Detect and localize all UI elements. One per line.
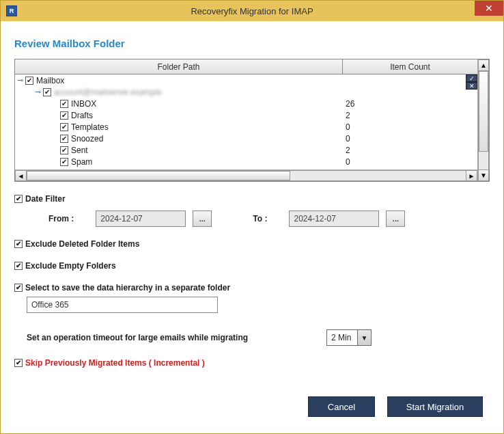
expand-icon[interactable]: ⊸ — [34, 88, 42, 96]
save-hierarchy-option: ✔ Select to save the data hierarchy in a… — [14, 283, 490, 293]
tree-row-account[interactable]: ⊸ ✔ account@mailserver.example — [15, 86, 477, 98]
tree-label: Templates — [71, 122, 109, 132]
tree-label: Sent — [71, 146, 88, 155]
item-count: 0 — [343, 134, 477, 144]
tree-row-folder[interactable]: ✔Spam0 — [15, 156, 477, 167]
checkbox-folder[interactable]: ✔ — [60, 158, 68, 166]
exclude-deleted-label: Exclude Deleted Folder Items — [25, 239, 139, 249]
folder-grid: Folder Path Item Count ✓ ✕ ⊸ ✔ Mailbox — [14, 59, 490, 182]
tree-row-folder[interactable]: ✔Trash0 — [15, 167, 477, 169]
tree-label: Snoozed — [71, 134, 103, 144]
content-area: Review Mailbox Folder Folder Path Item C… — [1, 21, 503, 381]
checkbox-save-hierarchy[interactable]: ✔ — [14, 284, 23, 292]
checkbox-exclude-empty[interactable]: ✔ — [14, 262, 23, 270]
tree-row-folder[interactable]: ✔Templates0 — [15, 121, 477, 133]
titlebar: R Recoveryfix Migration for IMAP ✕ — [1, 1, 503, 21]
scroll-up-icon[interactable]: ▲ — [478, 59, 489, 71]
checkbox-folder[interactable]: ✔ — [60, 100, 68, 108]
expand-icon[interactable]: ⊸ — [16, 77, 24, 84]
checkbox-folder[interactable]: ✔ — [60, 169, 68, 170]
from-label: From : — [48, 214, 74, 223]
skip-migrated-option: ✔ Skip Previously Migrated Items ( Incre… — [14, 358, 490, 368]
checkbox-folder[interactable]: ✔ — [60, 135, 68, 143]
checkbox-mailbox[interactable]: ✔ — [25, 77, 33, 85]
from-date-picker-button[interactable]: ... — [193, 211, 212, 227]
checkbox-folder[interactable]: ✔ — [60, 146, 68, 154]
tree-label: Drafts — [71, 111, 93, 120]
hierarchy-folder-input[interactable]: Office 365 — [27, 297, 218, 313]
tree-label: account@mailserver.example — [54, 87, 162, 97]
start-migration-button[interactable]: Start Migration — [387, 396, 483, 417]
tree-row-folder[interactable]: ✔Drafts2 — [15, 109, 477, 121]
date-filter-row: From : 2024-12-07 ... To : 2024-12-07 ..… — [48, 211, 490, 227]
exclude-deleted-option: ✔ Exclude Deleted Folder Items — [14, 239, 490, 249]
date-filter-option: ✔ Date Filter — [14, 194, 490, 204]
tree-label: INBOX — [71, 99, 96, 109]
checkbox-date-filter[interactable]: ✔ — [14, 195, 23, 203]
exclude-empty-label: Exclude Empty Folders — [25, 261, 116, 271]
horizontal-scrollbar[interactable]: ◄ ► — [15, 169, 477, 181]
checkbox-exclude-deleted[interactable]: ✔ — [14, 240, 23, 248]
select-all-button[interactable]: ✓ — [466, 74, 477, 82]
app-icon: R — [6, 5, 17, 16]
timeout-row: Set an operation timeout for large email… — [27, 329, 490, 346]
skip-migrated-label: Skip Previously Migrated Items ( Increme… — [25, 358, 205, 368]
item-count: 2 — [343, 111, 477, 120]
scroll-left-icon[interactable]: ◄ — [15, 170, 27, 181]
to-label: To : — [253, 214, 267, 223]
tree-body: ✓ ✕ ⊸ ✔ Mailbox — [15, 74, 477, 169]
item-count: 2 — [343, 146, 477, 155]
item-count: 0 — [343, 157, 477, 167]
tree-row-root[interactable]: ⊸ ✔ Mailbox — [15, 74, 477, 86]
tree-row-folder[interactable]: ✔Sent2 — [15, 144, 477, 156]
to-date-input[interactable]: 2024-12-07 — [289, 211, 379, 227]
exclude-empty-option: ✔ Exclude Empty Folders — [14, 261, 490, 271]
checkbox-folder[interactable]: ✔ — [60, 111, 68, 120]
cancel-button[interactable]: Cancel — [308, 396, 375, 417]
vertical-scrollbar[interactable]: ▲ ▼ — [477, 59, 489, 181]
save-hierarchy-label: Select to save the data hierarchy in a s… — [25, 283, 230, 293]
checkbox-folder[interactable]: ✔ — [60, 123, 68, 131]
checkbox-skip-migrated[interactable]: ✔ — [14, 359, 23, 367]
tree-label: Spam — [71, 157, 92, 167]
chevron-down-icon[interactable]: ▼ — [357, 330, 371, 345]
to-date-picker-button[interactable]: ... — [386, 211, 405, 227]
action-buttons: Cancel Start Migration — [308, 396, 483, 417]
item-count: 26 — [343, 99, 477, 109]
app-window: R Recoveryfix Migration for IMAP ✕ Revie… — [0, 0, 504, 434]
select-toggle-controls: ✓ ✕ — [466, 74, 477, 90]
page-title: Review Mailbox Folder — [14, 38, 490, 49]
date-filter-label: Date Filter — [25, 194, 66, 204]
scroll-down-icon[interactable]: ▼ — [478, 169, 489, 181]
tree-label: Trash — [71, 169, 92, 170]
item-count: 0 — [343, 122, 477, 132]
timeout-select[interactable]: 2 Min ▼ — [326, 329, 372, 346]
item-count: 0 — [343, 169, 477, 170]
close-button[interactable]: ✕ — [475, 1, 503, 16]
scroll-right-icon[interactable]: ► — [466, 170, 477, 181]
timeout-value: 2 Min — [327, 330, 357, 345]
column-headers: Folder Path Item Count — [15, 59, 477, 74]
deselect-all-button[interactable]: ✕ — [466, 82, 477, 90]
col-header-folder[interactable]: Folder Path — [15, 59, 343, 74]
checkbox-account[interactable]: ✔ — [43, 88, 51, 96]
col-header-count[interactable]: Item Count — [343, 59, 477, 74]
window-title: Recoveryfix Migration for IMAP — [1, 6, 503, 16]
from-date-input[interactable]: 2024-12-07 — [96, 211, 186, 227]
tree-row-folder[interactable]: ✔Snoozed0 — [15, 133, 477, 144]
tree-row-folder[interactable]: ✔INBOX26 — [15, 98, 477, 109]
timeout-label: Set an operation timeout for large email… — [27, 333, 248, 342]
tree-label: Mailbox — [36, 76, 64, 85]
